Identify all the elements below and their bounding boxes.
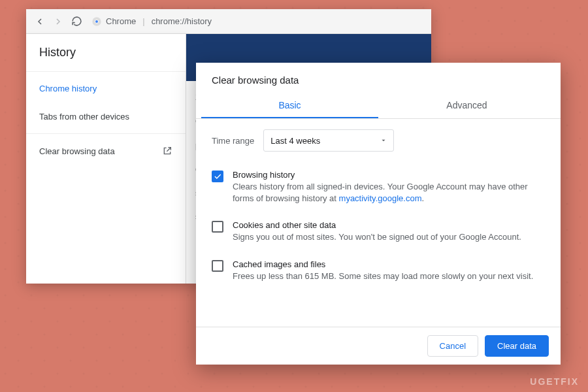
option-description: Frees up less than 615 MB. Some sites ma… [233, 270, 533, 282]
myactivity-link[interactable]: myactivity.google.com [339, 193, 422, 203]
option-title: Browsing history [233, 170, 545, 180]
sidebar-item-tabs-other-devices[interactable]: Tabs from other devices [26, 103, 186, 131]
clear-data-button[interactable]: Clear data [485, 335, 549, 357]
chrome-label: Chrome [106, 16, 136, 26]
sidebar-item-label: Chrome history [39, 84, 97, 93]
tab-basic[interactable]: Basic [201, 92, 378, 118]
option-cached: Cached images and files Frees up less th… [212, 253, 545, 291]
dialog-footer: Cancel Clear data [196, 327, 561, 365]
option-title: Cached images and files [233, 259, 533, 269]
time-range-select[interactable]: Last 4 weeks [263, 129, 394, 152]
time-range-value: Last 4 weeks [270, 136, 320, 146]
option-browsing-history: Browsing history Clears history from all… [212, 163, 545, 214]
tab-advanced[interactable]: Advanced [378, 92, 555, 118]
option-cookies: Cookies and other site data Signs you ou… [212, 214, 545, 252]
watermark: UGETFIX [530, 376, 579, 387]
option-description: Signs you out of most sites. You won't b… [233, 231, 521, 243]
history-sidebar: History Chrome history Tabs from other d… [26, 34, 186, 284]
sidebar-item-label: Clear browsing data [39, 146, 115, 156]
checkbox-browsing-history[interactable] [212, 171, 223, 182]
option-description: Clears history from all signed-in device… [233, 181, 545, 204]
cancel-button[interactable]: Cancel [427, 335, 478, 357]
chrome-icon [91, 16, 102, 27]
back-button[interactable] [33, 14, 47, 29]
clear-browsing-data-dialog: Clear browsing data Basic Advanced Time … [196, 63, 561, 365]
svg-point-2 [95, 20, 98, 23]
address-bar[interactable]: Chrome | chrome://history [91, 16, 212, 27]
page-title: History [26, 34, 186, 69]
option-title: Cookies and other site data [233, 220, 521, 230]
sidebar-item-chrome-history[interactable]: Chrome history [26, 74, 186, 103]
forward-button[interactable] [51, 14, 65, 29]
dialog-tabs: Basic Advanced [196, 92, 561, 119]
checkbox-cached[interactable] [212, 260, 223, 272]
chevron-down-icon [380, 137, 387, 144]
browser-toolbar: Chrome | chrome://history [26, 9, 431, 34]
sidebar-item-label: Tabs from other devices [39, 112, 129, 122]
url-text: chrome://history [152, 16, 212, 26]
dialog-title: Clear browsing data [196, 63, 561, 92]
checkbox-cookies[interactable] [212, 221, 223, 233]
time-range-label: Time range [212, 136, 254, 146]
open-external-icon [162, 146, 172, 156]
reload-button[interactable] [69, 14, 84, 29]
addr-divider: | [142, 16, 144, 26]
sidebar-item-clear-browsing-data[interactable]: Clear browsing data [26, 137, 186, 165]
